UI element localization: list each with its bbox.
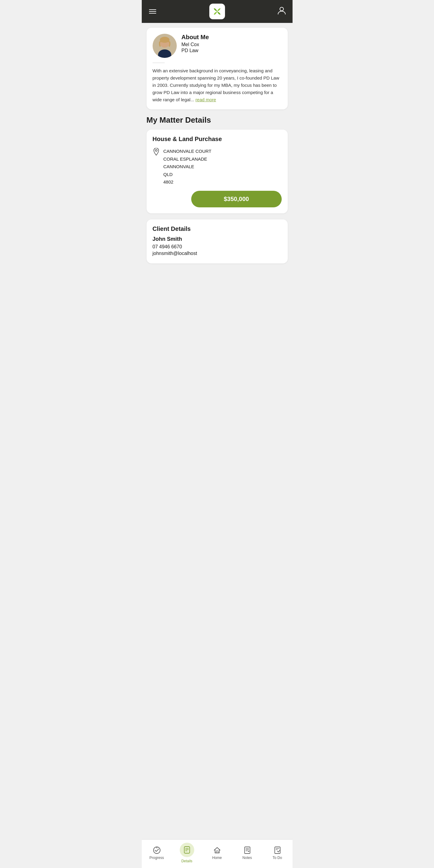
main-content: About Me Mel Cox PD Law With an extensiv… xyxy=(142,23,293,300)
client-details-title: Client Details xyxy=(153,225,282,232)
location-icon xyxy=(153,148,160,158)
svg-rect-7 xyxy=(184,846,190,853)
nav-label-home: Home xyxy=(212,856,222,860)
user-icon[interactable] xyxy=(277,6,287,18)
logo xyxy=(209,4,225,19)
lawyer-name: Mel Cox xyxy=(181,42,209,47)
matter-title: House & Land Purchase xyxy=(153,135,282,143)
nav-item-progress[interactable]: Progress xyxy=(142,846,172,860)
nav-item-details[interactable]: Details xyxy=(172,843,202,863)
nav-item-home[interactable]: Home xyxy=(202,846,232,860)
nav-label-progress: Progress xyxy=(149,856,164,860)
read-more-link[interactable]: read more xyxy=(196,97,216,102)
menu-button[interactable] xyxy=(148,8,157,15)
svg-point-5 xyxy=(155,150,157,151)
avatar xyxy=(153,34,177,58)
client-email: johnsmith@localhost xyxy=(153,251,282,256)
svg-point-0 xyxy=(280,7,284,11)
about-me-bio: With an extensive background in conveyan… xyxy=(153,67,282,103)
svg-rect-10 xyxy=(275,847,280,854)
about-me-info: About Me Mel Cox PD Law xyxy=(181,34,209,53)
nav-item-todo[interactable]: To Do xyxy=(262,846,293,860)
svg-rect-8 xyxy=(216,851,218,853)
property-address: CANNONVALE COURT CORAL ESPLANADE CANNONV… xyxy=(164,147,211,186)
svg-rect-9 xyxy=(244,847,250,854)
nav-label-details: Details xyxy=(181,859,193,863)
matter-details-heading: My Matter Details xyxy=(147,116,288,125)
nav-item-notes[interactable]: Notes xyxy=(232,846,262,860)
app-header xyxy=(142,0,293,23)
divider xyxy=(153,63,165,63)
bottom-nav: Progress Details Home xyxy=(142,839,293,868)
address-row: CANNONVALE COURT CORAL ESPLANADE CANNONV… xyxy=(153,147,282,186)
nav-label-todo: To Do xyxy=(273,856,282,860)
client-phone: 07 4946 6670 xyxy=(153,244,282,250)
client-name: John Smith xyxy=(153,236,282,242)
about-me-card: About Me Mel Cox PD Law With an extensiv… xyxy=(147,28,288,110)
about-me-title: About Me xyxy=(181,34,209,41)
matter-card: House & Land Purchase CANNONVALE COURT C… xyxy=(147,130,288,213)
lawyer-company: PD Law xyxy=(181,48,209,53)
nav-label-notes: Notes xyxy=(242,856,252,860)
price-button[interactable]: $350,000 xyxy=(191,191,282,207)
client-details-card: Client Details John Smith 07 4946 6670 j… xyxy=(147,219,288,264)
